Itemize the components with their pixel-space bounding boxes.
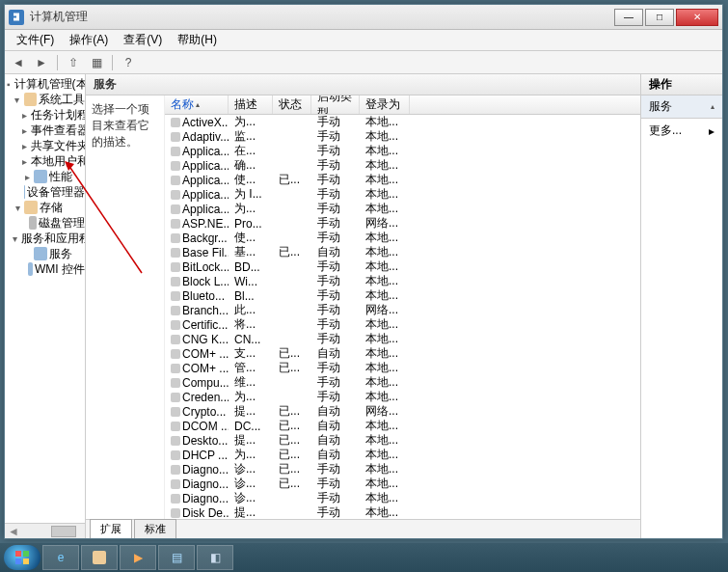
col-desc[interactable]: 描述: [229, 95, 273, 114]
service-row[interactable]: Applica...为...手动本地...: [165, 202, 640, 216]
tree-services[interactable]: 服务: [5, 246, 85, 261]
up-button[interactable]: ⇧: [64, 53, 83, 72]
tab-extended[interactable]: 扩展: [90, 519, 132, 538]
minimize-button[interactable]: —: [614, 9, 643, 26]
action-group[interactable]: 服务▴: [641, 95, 722, 119]
tree-localusr[interactable]: ▸本地用户和组: [5, 153, 85, 169]
maximize-button[interactable]: □: [645, 9, 674, 26]
service-row[interactable]: Creden...为...手动本地...: [165, 390, 640, 404]
device-icon: [24, 185, 25, 199]
separator: [57, 55, 58, 70]
svg-rect-3: [23, 551, 29, 557]
task-app1[interactable]: ▤: [158, 545, 195, 570]
service-icon: [171, 248, 180, 258]
service-row[interactable]: ActiveX...为...手动本地...: [165, 115, 640, 129]
service-row[interactable]: Disk De...提...手动本地...: [165, 505, 640, 519]
service-row[interactable]: CNG K...CN...手动本地...: [165, 332, 640, 346]
service-icon: [171, 450, 180, 460]
service-row[interactable]: COM+ ...管...已...手动本地...: [165, 361, 640, 375]
service-icon: [171, 378, 180, 388]
svg-rect-4: [15, 558, 21, 564]
col-logon[interactable]: 登录为: [360, 95, 410, 114]
tree-wmi[interactable]: WMI 控件: [5, 261, 85, 277]
service-row[interactable]: Diagno...诊...手动本地...: [165, 491, 640, 505]
tree-hscroll[interactable]: ◄: [5, 523, 85, 538]
menu-action[interactable]: 操作(A): [62, 30, 116, 50]
menu-view[interactable]: 查看(V): [116, 30, 170, 50]
task-explorer[interactable]: [81, 545, 118, 570]
service-icon: [171, 364, 180, 373]
titlebar[interactable]: 计算机管理 — □ ✕: [5, 5, 722, 30]
tree-shared[interactable]: ▸共享文件夹: [5, 138, 85, 153]
service-row[interactable]: Applica...为 I...手动本地...: [165, 187, 640, 202]
col-startup[interactable]: 启动类型: [311, 95, 360, 114]
services-list[interactable]: 名称▴ 描述 状态 启动类型 登录为 ActiveX...为...手动本地...…: [165, 95, 640, 519]
tree-pane: ▪计算机管理(本地) ▾系统工具 ▸任务计划程序 ▸事件查看器 ▸共享文件夹 ▸…: [5, 74, 86, 538]
tree-tasksched[interactable]: ▸任务计划程序: [5, 107, 85, 123]
service-row[interactable]: Crypto...提...已...自动网络...: [165, 404, 640, 419]
service-row[interactable]: Deskto...提...已...自动本地...: [165, 433, 640, 448]
service-icon: [171, 190, 180, 200]
service-row[interactable]: Applica...使...已...手动本地...: [165, 173, 640, 187]
menu-help[interactable]: 帮助(H): [170, 30, 225, 50]
menubar: 文件(F) 操作(A) 查看(V) 帮助(H): [5, 30, 722, 51]
folder-icon: [24, 93, 37, 106]
col-name[interactable]: 名称▴: [165, 95, 229, 114]
taskbar[interactable]: e ▶ ▤ ◧: [0, 543, 728, 572]
service-icon: [171, 161, 180, 171]
tree-perf[interactable]: ▸性能: [5, 169, 85, 184]
action-pane: 操作 服务▴ 更多...▸: [641, 74, 722, 538]
service-row[interactable]: BitLock...BD...手动本地...: [165, 259, 640, 274]
service-row[interactable]: COM+ ...支...已...自动本地...: [165, 346, 640, 361]
window-title: 计算机管理: [30, 9, 612, 25]
service-row[interactable]: Blueto...Bl...手动本地...: [165, 288, 640, 303]
tree-svcapp[interactable]: ▾服务和应用程序: [5, 231, 85, 246]
folder-icon: [93, 551, 106, 564]
menu-file[interactable]: 文件(F): [9, 30, 62, 50]
service-row[interactable]: Base Fil...基...已...自动本地...: [165, 245, 640, 259]
forward-button[interactable]: ►: [32, 53, 51, 72]
tab-standard[interactable]: 标准: [134, 519, 176, 538]
service-icon: [171, 306, 180, 315]
service-row[interactable]: DHCP ...为...已...自动本地...: [165, 448, 640, 462]
service-row[interactable]: DCOM ...DC...已...自动本地...: [165, 419, 640, 433]
service-row[interactable]: Compu...维...手动本地...: [165, 375, 640, 390]
tree-diskmgr[interactable]: 磁盘管理: [5, 215, 85, 231]
service-row[interactable]: ASP.NE...Pro...手动网络...: [165, 216, 640, 231]
service-row[interactable]: Applica...确...手动本地...: [165, 158, 640, 173]
help-button[interactable]: ?: [119, 53, 138, 72]
task-ie[interactable]: e: [42, 545, 79, 570]
service-row[interactable]: Certific...将...手动本地...: [165, 317, 640, 332]
task-app2[interactable]: ◧: [197, 545, 233, 570]
service-row[interactable]: Adaptiv...监...手动本地...: [165, 129, 640, 144]
service-icon: [171, 262, 180, 272]
close-button[interactable]: ✕: [676, 9, 718, 26]
service-icon: [171, 147, 180, 156]
back-button[interactable]: ◄: [9, 53, 28, 72]
service-row[interactable]: Branch...此...手动网络...: [165, 303, 640, 317]
tree-storage[interactable]: ▾存储: [5, 200, 85, 215]
tree-root[interactable]: ▪计算机管理(本地): [5, 76, 85, 92]
service-icon: [171, 132, 180, 142]
service-icon: [171, 422, 180, 431]
col-status[interactable]: 状态: [273, 95, 311, 114]
service-icon: [171, 393, 180, 402]
mid-header: 服务: [86, 74, 640, 95]
action-more[interactable]: 更多...▸: [641, 119, 722, 143]
service-row[interactable]: Diagno...诊...已...手动本地...: [165, 477, 640, 491]
start-button[interactable]: [4, 545, 40, 570]
tree-systools[interactable]: ▾系统工具: [5, 92, 85, 107]
service-icon: [171, 219, 180, 229]
app-icon: [9, 10, 24, 25]
service-row[interactable]: Diagno...诊...已...手动本地...: [165, 462, 640, 477]
task-media[interactable]: ▶: [120, 545, 156, 570]
svg-rect-5: [23, 558, 29, 564]
tree-devmgr[interactable]: 设备管理器: [5, 184, 85, 200]
service-row[interactable]: Applica...在...手动本地...: [165, 144, 640, 158]
show-hide-button[interactable]: ▦: [87, 53, 106, 72]
tree-eventvwr[interactable]: ▸事件查看器: [5, 123, 85, 138]
services-icon: [34, 247, 47, 260]
service-icon: [171, 233, 180, 243]
service-row[interactable]: Block L...Wi...手动本地...: [165, 274, 640, 288]
service-row[interactable]: Backgr...使...手动本地...: [165, 231, 640, 245]
